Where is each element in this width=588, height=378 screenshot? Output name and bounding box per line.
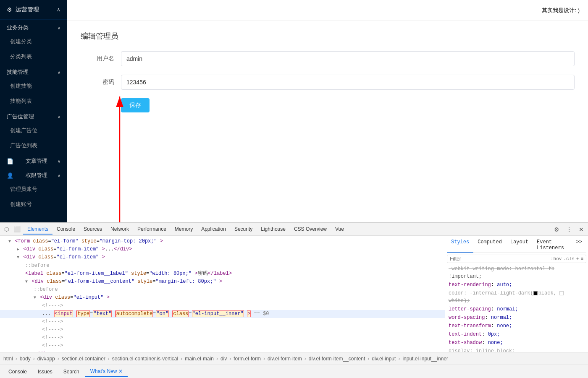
sidebar-group-article[interactable]: 📄 文章管理 ∨ bbox=[0, 153, 67, 167]
devtools-close-icon[interactable]: ✕ bbox=[576, 225, 586, 234]
breadcrumb-section-el-container-vertical[interactable]: section.el-container.is-vertical bbox=[112, 356, 178, 362]
styles-tab-computed[interactable]: Computed bbox=[473, 237, 506, 253]
sidebar-group-ad[interactable]: 广告位管理 ∧ 创建广告位 广告位列表 bbox=[0, 109, 67, 153]
style-line: text-shadow: none; bbox=[447, 339, 586, 347]
html-line[interactable]: ▼ <div class="el-form-item" > bbox=[0, 253, 445, 261]
sidebar-item-create-category[interactable]: 创建分类 bbox=[0, 34, 67, 49]
breadcrumb-div-el-input[interactable]: div.el-input bbox=[372, 356, 396, 362]
main-area: 其实我是设计: ) 编辑管理员 用户名 密码 保存 bbox=[67, 0, 588, 222]
filter-hov[interactable]: :hov bbox=[551, 256, 562, 261]
tab-application[interactable]: Application bbox=[197, 224, 230, 235]
sidebar-group-title-ad[interactable]: 广告位管理 ∧ bbox=[0, 109, 67, 123]
bottom-tab-issues[interactable]: Issues bbox=[33, 367, 58, 376]
sidebar-group-permission[interactable]: 👤 权限管理 ∧ 管理员账号 创建账号 bbox=[0, 167, 67, 212]
devtools-actions: ⚙ ⋮ ✕ bbox=[551, 225, 586, 234]
tab-sources[interactable]: Sources bbox=[79, 224, 106, 235]
filter-add[interactable]: + bbox=[576, 256, 579, 261]
sidebar-group-title-article[interactable]: 📄 文章管理 ∨ bbox=[0, 153, 67, 167]
sidebar-group-title-permission[interactable]: 👤 权限管理 ∧ bbox=[0, 167, 67, 182]
chevron-icon: ∧ bbox=[58, 173, 60, 178]
filter-cls[interactable]: .cls bbox=[563, 256, 574, 261]
sidebar-group-skill[interactable]: 技能管理 ∧ 创建技能 技能列表 bbox=[0, 64, 67, 109]
styles-tab-styles[interactable]: Styles bbox=[447, 237, 473, 253]
devtools-device-icon[interactable]: ⬜ bbox=[11, 226, 23, 232]
html-line[interactable]: <label class="el-form-item__label" style… bbox=[0, 270, 445, 278]
html-line-highlight[interactable]: ... <input type="text" autocomplete="on"… bbox=[0, 310, 445, 318]
styles-tabs: Styles Computed Layout Event Listeners >… bbox=[447, 237, 586, 253]
devtools-inspect-icon[interactable]: ⬡ bbox=[2, 226, 11, 232]
html-line[interactable]: <!----> bbox=[0, 334, 445, 342]
filter-input[interactable] bbox=[450, 256, 551, 262]
styles-panel: Styles Computed Layout Event Listeners >… bbox=[445, 236, 588, 352]
expand-arrow[interactable]: ▶ bbox=[17, 247, 19, 252]
tab-network[interactable]: Network bbox=[106, 224, 133, 235]
sidebar-header[interactable]: ⚙ 运营管理 ∧ bbox=[0, 0, 67, 20]
styles-tab-layout[interactable]: Layout bbox=[506, 237, 533, 253]
filter-new-rule[interactable]: ≡ bbox=[580, 256, 583, 261]
breadcrumb-div-el-form-item-content[interactable]: div.el-form-item__content bbox=[309, 356, 365, 362]
filter-bar: :hov .cls + ≡ bbox=[447, 255, 586, 263]
bottom-tab-console[interactable]: Console bbox=[3, 367, 32, 376]
html-line[interactable]: ▼ <div class="el-input" > bbox=[0, 294, 445, 302]
breadcrumb-html[interactable]: html bbox=[3, 356, 13, 362]
expand-arrow[interactable]: ▼ bbox=[8, 239, 11, 244]
expand-arrow[interactable]: ▼ bbox=[17, 255, 19, 260]
sidebar-item-create-ad[interactable]: 创建广告位 bbox=[0, 123, 67, 138]
html-line[interactable]: ▶ <div class="el-form-item" >...</div> bbox=[0, 245, 445, 253]
tab-console[interactable]: Console bbox=[52, 224, 79, 235]
bottom-tab-search[interactable]: Search bbox=[58, 367, 84, 376]
tab-lighthouse[interactable]: Lighthouse bbox=[257, 224, 290, 235]
html-line[interactable]: <!----> bbox=[0, 326, 445, 334]
breadcrumb-div[interactable]: div bbox=[220, 356, 227, 362]
styles-tab-more[interactable]: >> bbox=[572, 237, 586, 253]
password-input[interactable] bbox=[121, 75, 575, 90]
sidebar-item-create-account[interactable]: 创建账号 bbox=[0, 197, 67, 212]
devtools-more-icon[interactable]: ⋮ bbox=[564, 225, 575, 234]
html-line[interactable]: <!----> bbox=[0, 318, 445, 326]
html-line[interactable]: ::before bbox=[0, 262, 445, 270]
html-line[interactable]: ::before bbox=[0, 286, 445, 294]
style-line: text-rendering: auto; bbox=[447, 281, 586, 289]
sidebar-item-create-skill[interactable]: 创建技能 bbox=[0, 78, 67, 94]
tab-memory[interactable]: Memory bbox=[171, 224, 197, 235]
sidebar-group-title-business[interactable]: 业务分类 ∧ bbox=[0, 20, 67, 34]
sidebar-collapse-icon[interactable]: ∧ bbox=[57, 7, 60, 13]
styles-tab-event-listeners[interactable]: Event Listeners bbox=[533, 237, 572, 253]
sidebar-group-title-skill[interactable]: 技能管理 ∧ bbox=[0, 64, 67, 78]
html-line[interactable]: <!----> bbox=[0, 302, 445, 310]
devtools-settings-icon[interactable]: ⚙ bbox=[551, 225, 562, 234]
save-button[interactable]: 保存 bbox=[121, 98, 150, 112]
chevron-icon: ∧ bbox=[58, 115, 60, 119]
style-line: color: -internal-light-dark(black, white… bbox=[447, 289, 586, 305]
username-row: 用户名 bbox=[81, 51, 575, 66]
breadcrumb-input[interactable]: input.el-input__inner bbox=[402, 356, 448, 362]
save-row: 保存 bbox=[81, 98, 575, 112]
expand-arrow[interactable]: ▼ bbox=[34, 295, 36, 300]
html-line[interactable]: ▼ <div class="el-form-item__content" sty… bbox=[0, 278, 445, 286]
sidebar-item-category-list[interactable]: 分类列表 bbox=[0, 49, 67, 64]
breadcrumb-section-el-container[interactable]: section.el-container bbox=[62, 356, 105, 362]
devtools-tabs-bar: ⬡ ⬜ Elements Console Sources Network Per… bbox=[0, 223, 588, 236]
sidebar-item-skill-list[interactable]: 技能列表 bbox=[0, 94, 67, 109]
sidebar-item-admin-account[interactable]: 管理员账号 bbox=[0, 182, 67, 197]
tab-security[interactable]: Security bbox=[230, 224, 257, 235]
tab-elements[interactable]: Elements bbox=[23, 224, 52, 235]
username-input[interactable] bbox=[121, 51, 575, 66]
page-content: 编辑管理员 用户名 密码 保存 bbox=[67, 21, 588, 131]
sidebar-group-business[interactable]: 业务分类 ∧ 创建分类 分类列表 bbox=[0, 20, 67, 64]
breadcrumb-body[interactable]: body bbox=[20, 356, 31, 362]
html-line[interactable]: <!----> bbox=[0, 342, 445, 350]
breadcrumb-div-app[interactable]: div#app bbox=[37, 356, 55, 362]
tab-vue[interactable]: Vue bbox=[331, 224, 348, 235]
expand-arrow[interactable]: ▼ bbox=[25, 279, 28, 284]
devtools-body: ▼ <form class="el-form" style="margin-to… bbox=[0, 236, 588, 352]
gear-icon: ⚙ bbox=[7, 6, 12, 13]
breadcrumb-div-el-form-item[interactable]: div.el-form-item bbox=[268, 356, 302, 362]
sidebar-item-ad-list[interactable]: 广告位列表 bbox=[0, 138, 67, 153]
html-line[interactable]: ▼ <form class="el-form" style="margin-to… bbox=[0, 237, 445, 245]
tab-performance[interactable]: Performance bbox=[133, 224, 171, 235]
breadcrumb-main[interactable]: main.el-main bbox=[185, 356, 214, 362]
tab-css-overview[interactable]: CSS Overview bbox=[290, 224, 331, 235]
breadcrumb-form[interactable]: form.el-form bbox=[234, 356, 261, 362]
bottom-tab-whats-new[interactable]: What's New ✕ bbox=[85, 367, 128, 377]
